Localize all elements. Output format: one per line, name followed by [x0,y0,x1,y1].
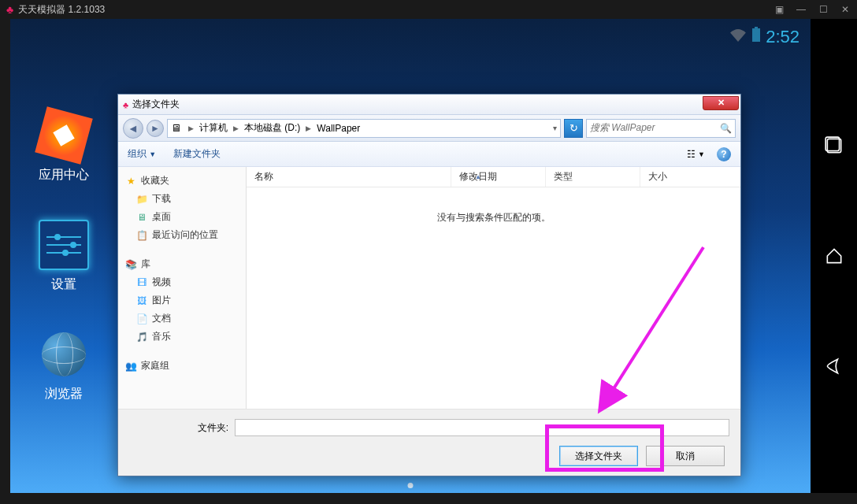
column-date[interactable]: 修改日期 [451,167,546,187]
file-list-pane: ▲ 名称 修改日期 类型 大小 没有与搜索条件匹配的项。 [247,167,740,409]
search-input[interactable]: 搜索 WallPaper 🔍 [586,119,736,138]
breadcrumb-seg-drive[interactable]: 本地磁盘 (D:) [244,121,300,135]
emulator-titlebar: ♣ 天天模拟器 1.2.1033 ▣ — ☐ ✕ [0,0,857,19]
dialog-title-icon: ♣ [123,100,128,109]
tree-music[interactable]: 🎵音乐 [132,328,243,346]
settings-launcher[interactable]: 设置 [39,220,89,293]
tree-homegroup[interactable]: 👥家庭组 [121,357,243,375]
nav-forward-button[interactable]: ► [147,120,164,137]
nav-back-button[interactable]: ◄ [123,118,143,139]
column-headers: ▲ 名称 修改日期 类型 大小 [247,167,740,187]
android-navbar [811,19,857,493]
app-center-label: 应用中心 [39,167,89,183]
column-name[interactable]: 名称 [247,167,451,187]
emulator-minimize-icon[interactable]: — [796,4,807,15]
new-folder-button[interactable]: 新建文件夹 [173,147,221,161]
breadcrumb-seg-folder[interactable]: WallPaper [317,123,360,134]
dialog-footer: 文件夹: 选择文件夹 取消 [118,409,740,476]
tree-libraries[interactable]: 📚库 [121,255,243,273]
breadcrumb-dropdown-icon[interactable]: ▾ [553,124,557,132]
toolbar: 组织 ▼ 新建文件夹 ☷ ▼ ? [118,142,740,167]
tree-favorites[interactable]: ★收藏夹 [121,172,243,190]
app-center-icon [35,106,92,164]
empty-list-message: 没有与搜索条件匹配的项。 [247,211,740,224]
settings-icon [39,220,89,270]
dialog-titlebar: ♣ 选择文件夹 ✕ [118,94,740,115]
folder-picker-dialog: ♣ 选择文件夹 ✕ ◄ ► 🖥 ▶ 计算机 ▶ 本地磁盘 (D:) ▶ Wall… [117,94,741,476]
android-viewport: 2:52 应用中心 设置 浏览器 ♣ 选择文件夹 ✕ ◄ ► [10,19,811,493]
dialog-close-button[interactable]: ✕ [703,96,739,110]
breadcrumb-seg-computer[interactable]: 计算机 [199,121,228,135]
browser-icon [42,332,86,376]
emulator-dock-icon[interactable]: ▣ [774,4,785,15]
wifi-icon [729,27,747,47]
column-type[interactable]: 类型 [546,167,640,187]
emulator-close-icon[interactable]: ✕ [840,4,851,15]
dialog-body: ★收藏夹 📁下载 🖥桌面 📋最近访问的位置 📚库 🎞视频 🖼图片 📄文档 🎵音乐… [118,167,740,409]
column-size[interactable]: 大小 [640,167,740,187]
browser-launcher[interactable]: 浏览器 [39,329,89,402]
svg-rect-0 [752,28,760,42]
svg-rect-1 [755,27,758,28]
tree-recent[interactable]: 📋最近访问的位置 [132,226,243,244]
navigation-tree[interactable]: ★收藏夹 📁下载 🖥桌面 📋最近访问的位置 📚库 🎞视频 🖼图片 📄文档 🎵音乐… [118,167,247,409]
organize-button[interactable]: 组织 ▼ [128,147,156,161]
emulator-window-buttons: ▣ — ☐ ✕ [774,4,851,15]
emulator-maximize-icon[interactable]: ☐ [818,4,829,15]
tree-videos[interactable]: 🎞视频 [132,273,243,291]
cancel-button[interactable]: 取消 [646,446,725,466]
help-icon[interactable]: ? [717,147,731,161]
emulator-title: 天天模拟器 1.2.1033 [18,3,105,17]
dialog-title: 选择文件夹 [132,98,180,111]
tree-documents[interactable]: 📄文档 [132,309,243,328]
search-icon[interactable]: 🔍 [720,123,732,134]
settings-label: 设置 [51,276,76,293]
app-center-launcher[interactable]: 应用中心 [39,110,89,183]
refresh-button[interactable]: ↻ [564,119,583,138]
home-icon-column: 应用中心 设置 浏览器 [24,110,103,402]
computer-icon: 🖥 [171,122,181,134]
android-status-bar: 2:52 [729,27,799,47]
status-clock: 2:52 [766,27,799,47]
nav-home-button[interactable] [822,244,846,268]
nav-back-button[interactable] [822,354,846,378]
browser-label: 浏览器 [45,386,83,402]
folder-input[interactable] [235,419,729,436]
sort-indicator-icon: ▲ [475,173,481,180]
folder-field-label: 文件夹: [129,421,228,435]
emulator-logo-icon: ♣ [6,3,13,16]
nav-recents-button[interactable] [822,134,846,158]
select-folder-button[interactable]: 选择文件夹 [559,446,638,466]
search-placeholder: 搜索 WallPaper [590,121,655,135]
breadcrumb[interactable]: 🖥 ▶ 计算机 ▶ 本地磁盘 (D:) ▶ WallPaper ▾ [167,119,561,138]
pager-dot [408,483,414,488]
tree-desktop[interactable]: 🖥桌面 [132,208,243,226]
view-mode-button[interactable]: ☷ ▼ [683,146,709,162]
address-bar-row: ◄ ► 🖥 ▶ 计算机 ▶ 本地磁盘 (D:) ▶ WallPaper ▾ ↻ … [118,115,740,142]
battery-icon [751,27,761,47]
tree-downloads[interactable]: 📁下载 [132,190,243,208]
tree-pictures[interactable]: 🖼图片 [132,291,243,309]
